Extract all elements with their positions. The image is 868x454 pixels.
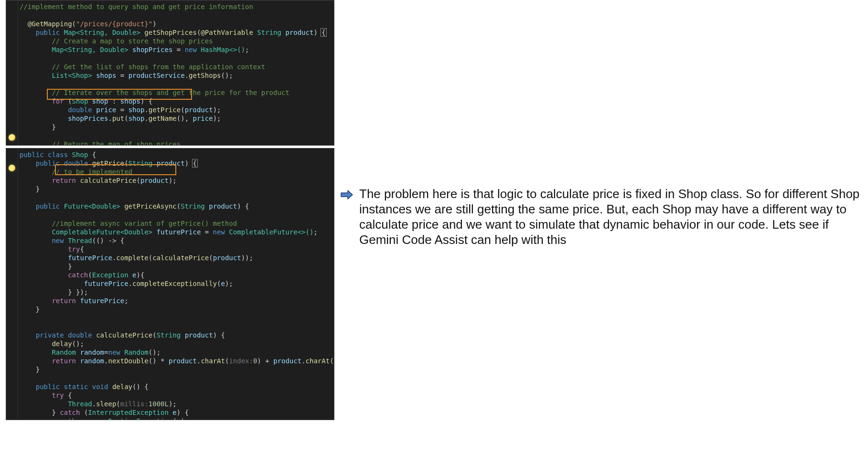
code-block-shop: public class Shop { public double getPri…	[6, 148, 334, 420]
code-content: //implement method to query shop and get…	[6, 0, 334, 146]
lightbulb-icon[interactable]	[9, 134, 15, 141]
lightbulb-icon[interactable]	[9, 165, 15, 171]
code-content: public class Shop { public double getPri…	[6, 148, 334, 420]
gutter	[6, 148, 18, 420]
comment: //implement method to query shop and get…	[20, 3, 253, 11]
code-block-controller: //implement method to query shop and get…	[6, 0, 334, 146]
explanation-text: The problem here is that logic to calcul…	[359, 186, 861, 247]
gutter	[6, 0, 18, 145]
annotation: @GetMapping	[28, 20, 72, 28]
arrow-right-icon	[340, 190, 354, 200]
